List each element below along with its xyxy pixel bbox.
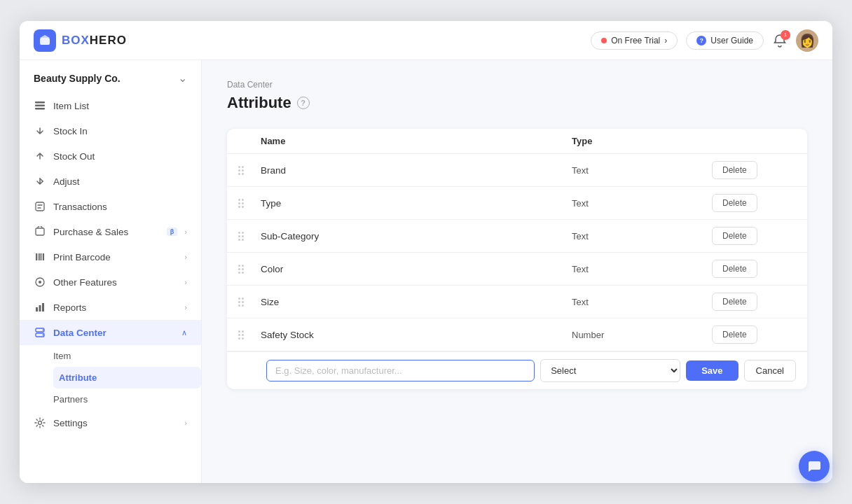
table-row: Color Text Delete (227, 253, 807, 286)
user-avatar[interactable]: 👩 (796, 29, 818, 52)
delete-button[interactable]: Delete (712, 260, 757, 278)
add-attribute-row: Select Text Number Date Save Cancel (227, 351, 807, 389)
svg-rect-10 (41, 253, 42, 260)
drag-handle[interactable] (238, 265, 261, 274)
delete-button[interactable]: Delete (712, 161, 757, 179)
subnav-item-partners[interactable]: Partners (53, 388, 201, 410)
save-button[interactable]: Save (686, 360, 738, 381)
chevron-icon: › (184, 253, 187, 261)
reports-icon (34, 301, 46, 314)
sidebar-item-data-center[interactable]: Data Center ∧ (20, 320, 201, 345)
chevron-icon: › (184, 303, 187, 312)
sidebar-item-label: Stock Out (53, 151, 187, 162)
col-name-header: Name (261, 136, 572, 146)
data-center-icon (34, 326, 46, 339)
list-icon (34, 99, 46, 112)
logo: BOXHERO (34, 29, 127, 52)
notification-bell[interactable]: 1 (772, 33, 788, 48)
trial-label: On Free Trial (611, 36, 660, 46)
svg-rect-11 (43, 253, 44, 260)
chat-support-button[interactable] (799, 451, 830, 482)
chevron-icon: › (184, 227, 187, 236)
svg-rect-9 (39, 253, 41, 260)
svg-rect-6 (36, 228, 44, 235)
svg-rect-2 (35, 102, 45, 104)
beta-badge: β (167, 227, 178, 236)
sidebar-item-label: Transactions (53, 202, 187, 212)
drag-handle[interactable] (238, 232, 261, 241)
data-center-subnav: Item Attribute Partners (20, 345, 201, 410)
settings-icon (34, 416, 46, 429)
sidebar-item-label: Print Barcode (53, 252, 177, 262)
action-buttons: Save Cancel (686, 360, 796, 382)
svg-point-21 (39, 421, 42, 425)
svg-rect-15 (39, 305, 41, 312)
chevron-icon: › (184, 419, 187, 427)
delete-button[interactable]: Delete (712, 194, 757, 212)
table-row: Sub-Category Text Delete (227, 220, 807, 253)
svg-rect-3 (35, 105, 45, 107)
sidebar-item-stock-in[interactable]: Stock In (20, 118, 201, 144)
company-name: Beauty Supply Co. (34, 73, 121, 84)
sidebar-toggle-icon[interactable]: ⌄ (178, 71, 187, 85)
guide-info-icon: ? (696, 36, 706, 46)
chevron-up-icon: ∧ (181, 328, 187, 337)
sidebar-item-print-barcode[interactable]: Print Barcode › (20, 244, 201, 270)
stock-in-icon (34, 125, 46, 137)
guide-label: User Guide (710, 36, 753, 46)
attribute-type: Text (572, 198, 712, 209)
attribute-type: Number (572, 330, 712, 340)
attribute-name: Safety Stock (261, 330, 572, 340)
delete-button[interactable]: Delete (712, 227, 757, 245)
purchase-icon (34, 225, 46, 238)
sidebar-item-label: Adjust (53, 176, 187, 187)
page-title-text: Attribute (227, 94, 291, 112)
svg-point-20 (43, 335, 44, 336)
attribute-type: Text (572, 264, 712, 274)
sidebar-item-adjust[interactable]: Adjust (20, 169, 201, 194)
drag-handle[interactable] (238, 330, 261, 340)
svg-rect-0 (40, 38, 50, 45)
sidebar-item-reports[interactable]: Reports › (20, 295, 201, 320)
subnav-item-attribute[interactable]: Attribute (53, 367, 201, 388)
svg-rect-5 (36, 202, 44, 211)
attribute-name: Sub-Category (261, 231, 572, 241)
subnav-item[interactable]: Item (53, 345, 201, 367)
attribute-name: Color (261, 264, 572, 274)
sidebar-item-other-features[interactable]: Other Features › (20, 270, 201, 295)
trial-button[interactable]: On Free Trial › (591, 31, 678, 50)
sidebar-item-item-list[interactable]: Item List (20, 93, 201, 118)
table-row: Type Text Delete (227, 187, 807, 220)
adjust-icon (34, 175, 46, 188)
transactions-icon (34, 200, 46, 213)
drag-handle[interactable] (238, 166, 261, 175)
sidebar-item-transactions[interactable]: Transactions (20, 194, 201, 219)
guide-button[interactable]: ? User Guide (686, 31, 764, 50)
other-features-icon (34, 276, 46, 288)
drag-handle[interactable] (238, 298, 261, 307)
sidebar-item-label: Data Center (53, 328, 174, 338)
drag-handle[interactable] (238, 199, 261, 208)
sidebar-item-label: Item List (53, 101, 187, 111)
sidebar-item-settings[interactable]: Settings › (20, 410, 201, 435)
logo-text: BOXHERO (62, 34, 127, 48)
type-select[interactable]: Select Text Number Date (540, 359, 680, 382)
main-content: Data Center Attribute ? Name Type (202, 60, 832, 483)
cancel-button[interactable]: Cancel (744, 360, 796, 382)
stock-out-icon (34, 150, 46, 162)
help-icon[interactable]: ? (297, 97, 310, 109)
svg-rect-8 (38, 253, 39, 260)
sidebar-item-purchase-sales[interactable]: Purchase & Sales β › (20, 219, 201, 244)
table-row: Safety Stock Number Delete (227, 318, 807, 351)
attribute-type: Text (572, 297, 712, 307)
svg-rect-7 (36, 253, 37, 260)
attribute-name: Size (261, 297, 572, 307)
sidebar-header: Beauty Supply Co. ⌄ (20, 60, 201, 93)
svg-rect-14 (36, 307, 38, 312)
delete-button[interactable]: Delete (712, 293, 757, 311)
delete-button[interactable]: Delete (712, 326, 757, 344)
sidebar-item-stock-out[interactable]: Stock Out (20, 144, 201, 169)
logo-icon (34, 29, 56, 52)
attribute-name-input[interactable] (266, 360, 535, 382)
attribute-type: Text (572, 231, 712, 241)
